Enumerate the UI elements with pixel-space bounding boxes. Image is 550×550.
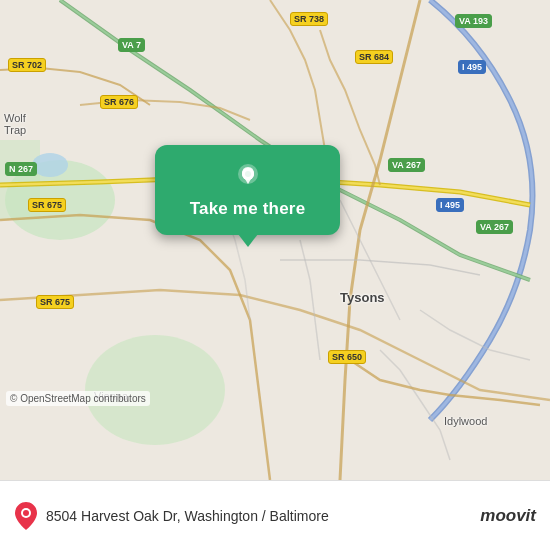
road-badge-i495b: I 495 [436, 198, 464, 212]
copyright-notice: © OpenStreetMap contributors [6, 391, 150, 406]
road-badge-sr675b: SR 675 [36, 295, 74, 309]
road-badge-va7: VA 7 [118, 38, 145, 52]
moovit-brand-text: moovit [480, 506, 536, 526]
place-idylwood: Idylwood [444, 415, 487, 427]
road-badge-sr650: SR 650 [328, 350, 366, 364]
moovit-logo: moovit [480, 506, 536, 526]
road-badge-n267: N 267 [5, 162, 37, 176]
map-container: VA 7 VA 193 SR 702 SR 738 SR 684 SR 676 … [0, 0, 550, 480]
road-badge-sr702: SR 702 [8, 58, 46, 72]
road-badge-sr676: SR 676 [100, 95, 138, 109]
road-badge-va267a: VA 267 [388, 158, 425, 172]
take-me-there-label: Take me there [190, 199, 306, 219]
svg-point-9 [23, 510, 29, 516]
moovit-pin-icon [14, 502, 38, 530]
take-me-there-button[interactable]: Take me there [155, 145, 340, 235]
road-badge-sr684: SR 684 [355, 50, 393, 64]
road-badge-i495a: I 495 [458, 60, 486, 74]
road-badge-va267b: VA 267 [476, 220, 513, 234]
svg-point-3 [32, 153, 68, 177]
road-badge-sr738: SR 738 [290, 12, 328, 26]
road-badge-sr675a: SR 675 [28, 198, 66, 212]
place-wolf-trap: WolfTrap [4, 112, 26, 136]
address-label: 8504 Harvest Oak Dr, Washington / Baltim… [46, 508, 472, 524]
pin-icon [232, 161, 264, 193]
place-tysons: Tysons [340, 290, 385, 305]
road-badge-va193: VA 193 [455, 14, 492, 28]
bottom-bar: 8504 Harvest Oak Dr, Washington / Baltim… [0, 480, 550, 550]
